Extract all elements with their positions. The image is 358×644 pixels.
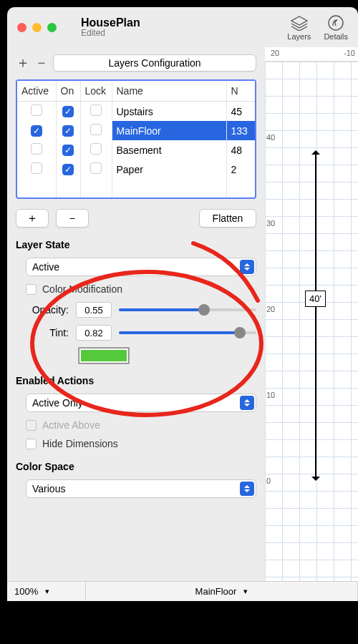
chevron-down-icon: ▾ xyxy=(243,587,248,596)
layer-state-select[interactable]: Active xyxy=(26,258,256,276)
details-toolbar-label: Details xyxy=(324,32,348,41)
ruler-tick: 30 xyxy=(266,219,275,228)
flatten-button[interactable]: Flatten xyxy=(199,209,256,228)
ruler-tick: 40 xyxy=(266,133,275,142)
hide-dimensions-checkbox[interactable]: Hide Dimensions xyxy=(26,438,256,449)
layer-state-value: Active xyxy=(32,261,59,273)
col-on[interactable]: On xyxy=(56,81,80,102)
active-checkbox[interactable] xyxy=(31,104,42,116)
chevron-down-icon: ▾ xyxy=(45,587,49,596)
col-lock[interactable]: Lock xyxy=(80,81,112,102)
add-layer-button[interactable]: ＋ xyxy=(16,53,29,72)
active-checkbox[interactable] xyxy=(31,125,42,137)
updown-icon xyxy=(240,396,254,410)
enabled-actions-select[interactable]: Active Only xyxy=(26,394,256,412)
col-active[interactable]: Active xyxy=(17,81,56,102)
lock-checkbox[interactable] xyxy=(90,162,102,174)
opacity-label: Opacity: xyxy=(26,304,69,316)
layer-count: 2 xyxy=(226,160,255,179)
status-bar: 100% ▾ MainFloor ▾ xyxy=(7,581,358,601)
table-add-button[interactable]: ＋ xyxy=(16,209,49,228)
updown-icon xyxy=(240,260,254,274)
active-layer-selector[interactable]: MainFloor ▾ xyxy=(86,582,358,601)
table-row[interactable]: Upstairs45 xyxy=(17,102,255,122)
layers-toolbar-button[interactable]: Layers xyxy=(287,14,311,41)
remove-layer-button[interactable]: － xyxy=(34,53,47,72)
layers-icon xyxy=(289,14,310,32)
window-subtitle: Edited xyxy=(81,29,140,38)
details-toolbar-button[interactable]: Details xyxy=(324,14,348,41)
layer-name: Basement xyxy=(112,140,226,160)
active-above-label: Active Above xyxy=(42,419,100,431)
tint-color-swatch[interactable] xyxy=(79,348,129,364)
window-controls xyxy=(17,23,57,32)
dimension-line xyxy=(315,155,316,477)
visible-checkbox[interactable] xyxy=(62,106,74,117)
layer-count: 48 xyxy=(226,140,255,160)
color-modification-label: Color Modification xyxy=(42,283,122,295)
active-checkbox[interactable] xyxy=(31,143,42,155)
table-remove-button[interactable]: － xyxy=(56,209,89,228)
col-name[interactable]: Name xyxy=(112,81,226,102)
tint-value-field[interactable]: 0.82 xyxy=(76,325,112,341)
visible-checkbox[interactable] xyxy=(62,145,74,156)
active-checkbox[interactable] xyxy=(31,162,42,174)
ruler-tick: 0 xyxy=(266,477,271,485)
layers-table[interactable]: Active On Lock Name N Upstairs45MainFloo… xyxy=(16,79,256,199)
color-modification-checkbox[interactable]: Color Modification xyxy=(26,283,256,295)
visible-checkbox[interactable] xyxy=(62,125,74,137)
svg-point-0 xyxy=(329,16,343,30)
layer-name: Paper xyxy=(112,160,226,179)
lock-checkbox[interactable] xyxy=(90,143,102,155)
layers-configuration-button[interactable]: Layers Configuration xyxy=(53,54,256,72)
active-above-checkbox: Active Above xyxy=(26,419,256,431)
checkbox-icon xyxy=(26,439,37,449)
tint-label: Tint: xyxy=(26,327,69,338)
ruler-tick: 20 xyxy=(271,49,279,57)
checkbox-icon xyxy=(26,420,37,431)
zoom-selector[interactable]: 100% ▾ xyxy=(7,582,86,601)
layer-state-heading: Layer State xyxy=(16,239,256,250)
hide-dimensions-label: Hide Dimensions xyxy=(42,438,118,449)
titlebar: HousePlan Edited Layers Details xyxy=(7,7,358,47)
table-row[interactable]: MainFloor133 xyxy=(17,121,255,140)
active-layer-value: MainFloor xyxy=(195,586,237,597)
color-space-select[interactable]: Various xyxy=(26,479,256,498)
table-row[interactable]: Basement48 xyxy=(17,140,255,160)
ruler-tick: -10 xyxy=(344,49,355,57)
checkbox-icon xyxy=(26,284,37,295)
opacity-slider[interactable] xyxy=(119,303,256,317)
layer-count: 45 xyxy=(226,102,255,122)
updown-icon xyxy=(240,482,254,496)
close-icon[interactable] xyxy=(17,23,26,32)
ruler-tick: 10 xyxy=(266,391,275,399)
ruler-tick: 20 xyxy=(266,305,275,313)
zoom-value: 100% xyxy=(14,586,38,597)
lock-checkbox[interactable] xyxy=(90,124,102,135)
layer-name: MainFloor xyxy=(112,121,226,140)
layers-toolbar-label: Layers xyxy=(287,32,311,41)
layer-name: Upstairs xyxy=(112,102,226,122)
dimension-label: 40' xyxy=(305,291,326,307)
minimize-icon[interactable] xyxy=(32,23,42,32)
drawing-canvas[interactable]: 20 -10 40 30 20 10 0 40' xyxy=(265,47,358,581)
tint-slider[interactable] xyxy=(119,326,256,340)
layers-panel: ＋ － Layers Configuration Active On Lock … xyxy=(7,47,265,581)
color-space-heading: Color Space xyxy=(16,461,256,472)
lock-checkbox[interactable] xyxy=(90,104,102,116)
grid xyxy=(265,62,358,581)
col-n[interactable]: N xyxy=(226,81,255,102)
zoom-icon[interactable] xyxy=(47,23,57,32)
layer-count: 133 xyxy=(226,121,255,140)
ruler-horizontal: 20 -10 xyxy=(265,47,358,62)
table-row[interactable]: Paper2 xyxy=(17,160,255,179)
app-window: HousePlan Edited Layers Details ＋ － xyxy=(7,7,358,601)
color-space-value: Various xyxy=(32,483,65,494)
enabled-actions-value: Active Only xyxy=(32,397,83,409)
window-title: HousePlan xyxy=(81,16,140,29)
opacity-value-field[interactable]: 0.55 xyxy=(76,302,112,318)
details-icon xyxy=(325,14,347,32)
enabled-actions-heading: Enabled Actions xyxy=(16,375,256,386)
visible-checkbox[interactable] xyxy=(62,164,74,175)
